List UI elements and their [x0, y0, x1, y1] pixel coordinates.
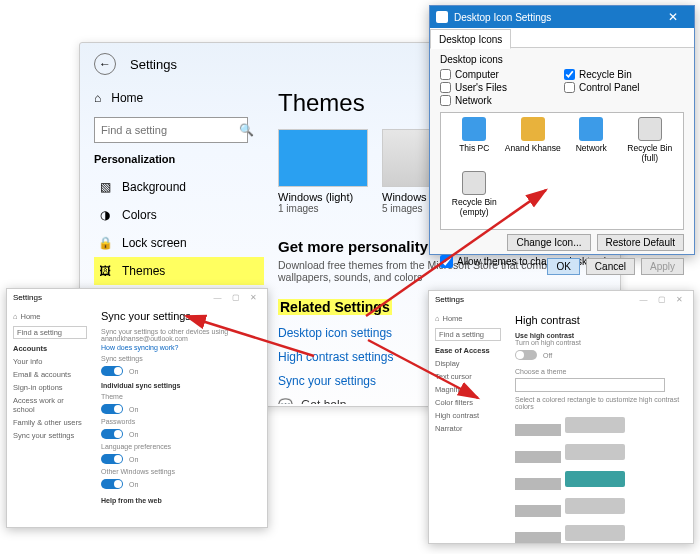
- swatch-row[interactable]: [515, 414, 685, 438]
- sync-content: Sync your settings Sync your settings to…: [93, 306, 267, 526]
- hc-theme-select[interactable]: [515, 378, 665, 392]
- list-item[interactable]: Color filters: [435, 396, 501, 409]
- colors-icon: ◑: [98, 208, 112, 222]
- dialog-title: Desktop Icon Settings: [454, 12, 551, 23]
- group-label: Desktop icons: [440, 54, 684, 65]
- tab-desktop-icons[interactable]: Desktop Icons: [430, 29, 511, 49]
- close-button[interactable]: ✕: [658, 10, 688, 24]
- swatch-row[interactable]: [515, 522, 685, 544]
- window-title: Settings: [130, 57, 177, 72]
- hc-toggle-label: Turn on high contrast: [515, 339, 685, 346]
- swatch-row[interactable]: [515, 495, 685, 519]
- search-icon: 🔍: [239, 123, 254, 137]
- theme-preview-icon: [278, 129, 368, 187]
- desktop-icon-settings-dialog: Desktop Icon Settings ✕ Desktop Icons De…: [429, 5, 695, 255]
- list-item[interactable]: Narrator: [435, 422, 501, 435]
- sidebar-item-background[interactable]: ▧ Background: [94, 173, 264, 201]
- search-input[interactable]: Find a setting: [13, 326, 87, 339]
- help-icon: 💬: [278, 398, 293, 404]
- home-label: Home: [111, 91, 143, 105]
- hc-toggle[interactable]: Off: [515, 350, 685, 360]
- list-item[interactable]: Sync your settings: [13, 429, 87, 442]
- home-icon: ⌂: [94, 91, 101, 105]
- help-web-heading: Help from the web: [101, 497, 259, 504]
- sidebar-item-themes[interactable]: 🖼 Themes: [94, 257, 264, 285]
- apply-button[interactable]: Apply: [641, 258, 684, 275]
- swatch-row[interactable]: [515, 441, 685, 465]
- hc-home[interactable]: ⌂Home: [435, 312, 501, 325]
- window-controls-icon[interactable]: — ▢ ✕: [214, 293, 261, 302]
- icon-network[interactable]: Network: [562, 117, 621, 171]
- sidebar-item-label: Background: [122, 180, 186, 194]
- icon-this-pc[interactable]: This PC: [445, 117, 504, 171]
- list-item[interactable]: Your info: [13, 355, 87, 368]
- search-box[interactable]: 🔍: [94, 117, 248, 143]
- swatch-desc: Select a colored rectangle to customize …: [515, 396, 685, 410]
- toggle-other[interactable]: On: [101, 479, 259, 489]
- related-settings-heading: Related Settings: [278, 299, 392, 315]
- change-icon-button[interactable]: Change Icon...: [507, 234, 590, 251]
- sync-more-link[interactable]: How does syncing work?: [101, 344, 259, 351]
- dialog-app-icon: [436, 11, 448, 23]
- list-item[interactable]: Access work or school: [13, 394, 87, 416]
- sidebar-item-label: Lock screen: [122, 236, 187, 250]
- sync-title: Sync your settings: [101, 310, 259, 322]
- cancel-button[interactable]: Cancel: [586, 258, 635, 275]
- sidebar-item-label: Colors: [122, 208, 157, 222]
- icon-recycle-empty[interactable]: Recycle Bin (empty): [445, 171, 504, 225]
- search-input[interactable]: [101, 124, 239, 136]
- dialog-tabbar: Desktop Icons: [430, 28, 694, 48]
- toggle-language[interactable]: On: [101, 454, 259, 464]
- check-recycle-bin[interactable]: Recycle Bin: [564, 69, 684, 80]
- sync-header: Settings — ▢ ✕: [7, 289, 267, 306]
- list-item[interactable]: Sign-in options: [13, 381, 87, 394]
- sync-master-toggle[interactable]: On: [101, 366, 259, 376]
- themes-icon: 🖼: [98, 264, 112, 278]
- check-computer[interactable]: Computer: [440, 69, 560, 80]
- check-users-files[interactable]: User's Files: [440, 82, 560, 93]
- icon-user[interactable]: Anand Khanse: [504, 117, 563, 171]
- theme-thumb-light[interactable]: Windows (light) 1 images: [278, 129, 368, 214]
- list-item[interactable]: Family & other users: [13, 416, 87, 429]
- list-item[interactable]: Email & accounts: [13, 368, 87, 381]
- list-item[interactable]: Display: [435, 357, 501, 370]
- user-icon: [521, 117, 545, 141]
- toggle-passwords[interactable]: On: [101, 429, 259, 439]
- background-icon: ▧: [98, 180, 112, 194]
- sidebar-home[interactable]: ⌂ Home: [94, 85, 264, 111]
- sync-app-title: Settings: [13, 293, 42, 302]
- home-icon: ⌂: [13, 312, 18, 321]
- check-control-panel[interactable]: Control Panel: [564, 82, 684, 93]
- thumb-count: 1 images: [278, 203, 368, 214]
- window-controls-icon[interactable]: — ▢ ✕: [640, 295, 687, 304]
- high-contrast-window: Settings — ▢ ✕ ⌂Home Find a setting Ease…: [428, 290, 694, 544]
- sidebar-item-label: Themes: [122, 264, 165, 278]
- restore-default-button[interactable]: Restore Default: [597, 234, 684, 251]
- back-button[interactable]: ←: [94, 53, 116, 75]
- icon-recycle-full[interactable]: Recycle Bin (full): [621, 117, 680, 171]
- sync-section: Accounts: [13, 342, 87, 355]
- sync-desc: Sync your settings to other devices usin…: [101, 328, 259, 342]
- ok-button[interactable]: OK: [547, 258, 579, 275]
- list-item[interactable]: High contrast: [435, 409, 501, 422]
- lock-icon: 🔒: [98, 236, 112, 250]
- sync-home[interactable]: ⌂Home: [13, 310, 87, 323]
- check-network[interactable]: Network: [440, 95, 560, 106]
- recycle-bin-full-icon: [638, 117, 662, 141]
- toggle-theme[interactable]: On: [101, 404, 259, 414]
- thumb-label: Windows (light): [278, 191, 368, 203]
- list-item[interactable]: Magnifier: [435, 383, 501, 396]
- sync-sidebar: ⌂Home Find a setting Accounts Your info …: [7, 306, 93, 526]
- hc-sub: Use high contrast: [515, 332, 685, 339]
- hc-header: Settings — ▢ ✕: [429, 291, 693, 308]
- sidebar-item-colors[interactable]: ◑ Colors: [94, 201, 264, 229]
- dialog-titlebar[interactable]: Desktop Icon Settings ✕: [430, 6, 694, 28]
- help-label: Get help: [301, 398, 346, 404]
- sync-settings-window: Settings — ▢ ✕ ⌂Home Find a setting Acco…: [6, 288, 268, 528]
- swatch-row[interactable]: [515, 468, 685, 492]
- sidebar-item-lockscreen[interactable]: 🔒 Lock screen: [94, 229, 264, 257]
- choose-theme-label: Choose a theme: [515, 368, 685, 375]
- search-input[interactable]: Find a setting: [435, 328, 501, 341]
- list-item[interactable]: Text cursor: [435, 370, 501, 383]
- sidebar-section: Personalization: [94, 153, 264, 165]
